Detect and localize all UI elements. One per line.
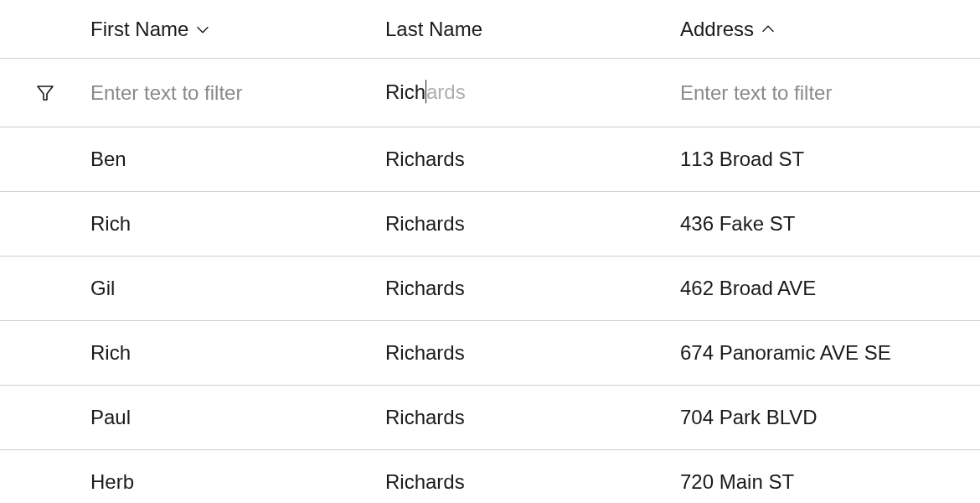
autocomplete-ghost: Richards [385, 80, 466, 106]
cell-last-name: Richards [385, 277, 680, 300]
column-header-address[interactable]: Address [680, 18, 980, 41]
column-header-label: Last Name [385, 18, 482, 41]
filter-row: Richards [0, 59, 980, 127]
filter-input-first-name[interactable] [90, 81, 370, 105]
filter-cell-address [680, 81, 980, 105]
cell-last-name: Richards [385, 212, 680, 236]
filter-cell-first-name [90, 81, 385, 105]
data-grid: First Name Last Name Address [0, 0, 980, 503]
svg-marker-0 [38, 86, 53, 100]
rows-container: BenRichards113 Broad STRichRichards436 F… [0, 127, 980, 503]
filter-icon[interactable] [0, 83, 90, 103]
cell-first-name: Herb [90, 470, 385, 494]
cell-first-name: Paul [90, 406, 385, 429]
cell-first-name: Ben [90, 148, 385, 171]
column-header-last-name[interactable]: Last Name [385, 18, 680, 41]
cell-last-name: Richards [385, 341, 680, 365]
table-row[interactable]: HerbRichards720 Main ST [0, 450, 980, 503]
column-header-label: Address [680, 18, 754, 41]
cell-address: 436 Fake ST [680, 212, 980, 236]
cell-first-name: Gil [90, 277, 385, 300]
table-row[interactable]: PaulRichards704 Park BLVD [0, 386, 980, 450]
cell-address: 674 Panoramic AVE SE [680, 341, 980, 365]
table-row[interactable]: BenRichards113 Broad ST [0, 127, 980, 192]
text-caret [426, 80, 426, 103]
cell-first-name: Rich [90, 341, 385, 365]
cell-address: 113 Broad ST [680, 148, 980, 171]
table-row[interactable]: GilRichards462 Broad AVE [0, 257, 980, 321]
cell-address: 704 Park BLVD [680, 406, 980, 429]
chevron-down-icon [193, 20, 212, 39]
table-row[interactable]: RichRichards674 Panoramic AVE SE [0, 321, 980, 386]
cell-address: 720 Main ST [680, 470, 980, 494]
cell-address: 462 Broad AVE [680, 277, 980, 300]
filter-input-address[interactable] [680, 81, 965, 105]
cell-last-name: Richards [385, 148, 680, 171]
column-header-first-name[interactable]: First Name [90, 18, 385, 41]
cell-last-name: Richards [385, 406, 680, 429]
cell-last-name: Richards [385, 470, 680, 494]
cell-first-name: Rich [90, 212, 385, 236]
chevron-up-icon [759, 20, 777, 39]
header-row: First Name Last Name Address [0, 0, 980, 59]
column-header-label: First Name [90, 18, 188, 41]
table-row[interactable]: RichRichards436 Fake ST [0, 192, 980, 257]
